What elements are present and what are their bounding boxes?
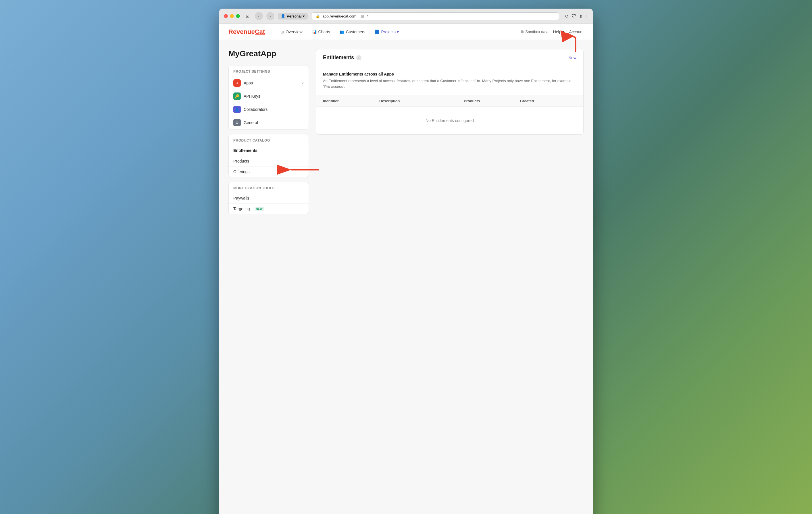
sidebar-item-apps[interactable]: ✦ Apps ∨ (229, 77, 309, 90)
shield-icon[interactable]: 🛡 (572, 13, 576, 19)
project-settings-title: Project settings (229, 65, 309, 77)
description-box: Manage Entitlements across all Apps An E… (316, 66, 583, 95)
api-keys-icon: 🔑 (233, 92, 241, 100)
sidebar-toggle[interactable]: ⊡ (243, 12, 252, 20)
paywalls-label: Paywalls (233, 196, 249, 201)
back-button[interactable]: ‹ (255, 12, 263, 20)
apps-chevron-icon: ∨ (301, 81, 304, 85)
apps-icon: ✦ (233, 79, 241, 87)
targeting-label: Targeting (233, 207, 250, 211)
nav-links: ⊞ Overview 📊 Charts 👥 Customers 🟦 Projec… (277, 27, 521, 36)
sidebar: MyGreatApp Project settings ✦ Apps ∨ 🔑 A… (228, 49, 309, 514)
nav-overview[interactable]: ⊞ Overview (277, 27, 306, 36)
targeting-new-badge: NEW (255, 207, 264, 211)
minimize-button[interactable] (230, 14, 234, 18)
projects-icon: 🟦 (374, 30, 379, 34)
collaborators-label: Collaborators (244, 107, 304, 112)
sidebar-item-api-keys[interactable]: 🔑 API Keys (229, 90, 309, 103)
description-text: An Entitlement represents a level of acc… (323, 78, 576, 89)
info-icon[interactable]: i (356, 55, 361, 60)
products-label: Products (233, 159, 249, 163)
nav-right: Sandbox data Help ▾ Account (521, 30, 584, 34)
table-header: Identifier Description Products Created (316, 95, 583, 107)
new-tab-icon[interactable]: + (586, 13, 588, 19)
profile-icon: 👤 (281, 14, 285, 19)
entitlements-label: Entitlements (233, 148, 257, 153)
col-identifier: Identifier (323, 99, 379, 103)
reload-icon[interactable]: ↺ (565, 13, 569, 19)
logo-revenue: Revenue (228, 28, 255, 35)
browser-window: ⊡ ‹ › 👤 Personal ▾ 🔒 app.revenuecat.com … (219, 9, 593, 514)
panel-title-text: Entitlements (323, 55, 354, 61)
personal-selector[interactable]: 👤 Personal ▾ (278, 13, 308, 20)
maximize-button[interactable] (236, 14, 240, 18)
url-text: app.revenuecat.com (322, 14, 356, 19)
traffic-lights (224, 14, 240, 18)
customers-icon: 👥 (339, 30, 344, 34)
sidebar-item-general[interactable]: ⚙ General (229, 116, 309, 129)
help-button[interactable]: Help ▾ (553, 30, 564, 34)
browser-titlebar: ⊡ ‹ › 👤 Personal ▾ 🔒 app.revenuecat.com … (219, 9, 593, 24)
col-description: Description (379, 99, 464, 103)
offerings-label: Offerings (233, 170, 250, 174)
logo-cat: Cat (255, 28, 265, 35)
nav-charts[interactable]: 📊 Charts (308, 27, 334, 36)
close-button[interactable] (224, 14, 228, 18)
panel-title: Entitlements i (323, 55, 361, 61)
sidebar-item-offerings[interactable]: Offerings (229, 167, 309, 177)
sandbox-dot (521, 30, 524, 33)
lock-icon: 🔒 (316, 14, 320, 19)
page-title: MyGreatApp (228, 49, 309, 58)
account-button[interactable]: Account (569, 30, 584, 34)
sidebar-item-entitlements[interactable]: Entitlements (229, 145, 309, 156)
sidebar-section-monetization: Monetization tools Paywalls Targeting NE… (228, 182, 309, 214)
main-panel: Entitlements i + New Manage Entitlements… (316, 49, 584, 514)
refresh-icon[interactable]: ↻ (366, 14, 370, 19)
general-label: General (244, 120, 304, 125)
sidebar-item-targeting[interactable]: Targeting NEW (229, 204, 309, 214)
new-button[interactable]: + New (565, 55, 576, 60)
sidebar-section-project-settings: Project settings ✦ Apps ∨ 🔑 API Keys 👤 C… (228, 65, 309, 129)
chevron-down-icon: ▾ (303, 14, 305, 19)
panel-header: Entitlements i + New (316, 50, 583, 66)
general-icon: ⚙ (233, 119, 241, 126)
table-container: Identifier Description Products Created … (316, 95, 583, 134)
address-bar-icons: ⊡ ↻ (361, 14, 370, 19)
personal-label: Personal (287, 14, 301, 19)
share-icon[interactable]: ⬆ (579, 13, 583, 19)
sandbox-label: Sandbox data (525, 30, 548, 34)
entitlements-panel: Entitlements i + New Manage Entitlements… (316, 49, 584, 135)
product-catalog-title: Product catalog (229, 134, 309, 145)
translate-icon: ⊡ (361, 14, 364, 19)
sandbox-badge: Sandbox data (521, 30, 548, 34)
top-nav: RevenueCat ⊞ Overview 📊 Charts 👥 Custome… (219, 24, 593, 40)
api-keys-label: API Keys (244, 94, 304, 98)
main-content: MyGreatApp Project settings ✦ Apps ∨ 🔑 A… (219, 40, 593, 514)
nav-projects[interactable]: 🟦 Projects ▾ (370, 27, 403, 36)
col-created: Created (520, 99, 576, 103)
sidebar-item-collaborators[interactable]: 👤 Collaborators (229, 103, 309, 116)
table-empty-state: No Entitlements configured (316, 107, 583, 134)
charts-icon: 📊 (312, 30, 317, 34)
sidebar-item-paywalls[interactable]: Paywalls (229, 193, 309, 204)
sidebar-section-product-catalog: Product catalog Entitlements Products Of… (228, 134, 309, 177)
collaborators-icon: 👤 (233, 106, 241, 113)
address-bar[interactable]: 🔒 app.revenuecat.com ⊡ ↻ (311, 12, 559, 20)
forward-button[interactable]: › (266, 12, 274, 20)
browser-actions: ↺ 🛡 ⬆ + (565, 13, 588, 19)
apps-label: Apps (244, 81, 298, 85)
app-container: RevenueCat ⊞ Overview 📊 Charts 👥 Custome… (219, 24, 593, 514)
monetization-title: Monetization tools (229, 182, 309, 193)
col-products: Products (464, 99, 520, 103)
overview-icon: ⊞ (281, 30, 284, 34)
sidebar-item-products[interactable]: Products (229, 156, 309, 167)
description-title: Manage Entitlements across all Apps (323, 72, 576, 77)
logo[interactable]: RevenueCat (228, 28, 265, 36)
nav-customers[interactable]: 👥 Customers (335, 27, 370, 36)
